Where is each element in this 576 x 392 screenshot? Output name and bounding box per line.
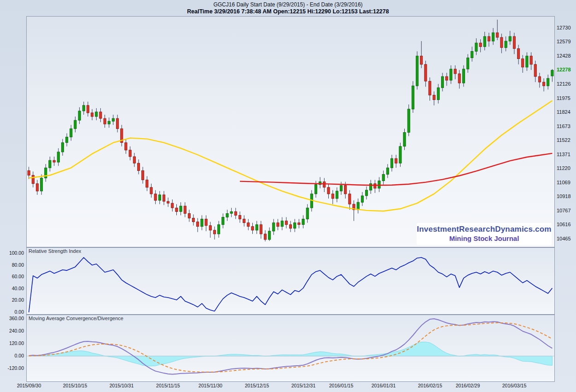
candle-up [370,184,372,190]
candle-up [386,168,389,174]
rsi-chart [27,248,554,314]
candle-down [323,182,326,187]
macd-panel[interactable]: Moving Average Convergence/Divergence [26,315,555,382]
date-axis-label: 2015/09/30 [8,383,50,388]
chart-realtime-info: RealTime 3/29/2016 7:38:48 AM Open:12215… [0,8,576,15]
price-axis-label: 10616 [557,222,576,227]
price-axis-label: 12428 [557,53,576,59]
candle-up [294,223,296,228]
date-axis-label: 2015/10/15 [54,383,96,388]
candle-up [302,219,304,225]
candle-up [403,132,406,146]
candle-down [433,95,435,100]
rsi-line [29,257,553,312]
price-axis-label: 11975 [557,95,576,101]
candle-up [336,191,338,199]
macd-line [29,319,553,374]
candle-up [180,206,182,211]
candle-down [91,113,93,117]
candle-down [247,223,250,227]
date-axis-label: 2016/02/15 [409,383,451,388]
candle-up [361,196,363,202]
candle-down [167,201,169,203]
rsi-panel[interactable]: Relative Strength Index [26,247,555,315]
watermark: InvestmentResearchDynamics.com Mining St… [417,223,552,245]
price-chart-panel[interactable] [26,16,555,247]
candle-up [475,43,477,51]
candle-down [454,69,456,74]
macd-histogram [29,342,553,366]
rsi-axis-label: 0.00 [3,309,24,315]
candle-up [407,109,410,133]
date-axis-label: 2016/03/15 [494,383,535,388]
candle-down [142,170,144,180]
candle-down [277,223,279,227]
candle-up [378,181,380,188]
candle-down [87,105,89,113]
candle-up [218,225,220,234]
candle-up [222,217,224,225]
candle-up [437,88,439,99]
candle-down [116,118,119,129]
candle-up [505,41,507,47]
candle-up [61,143,64,152]
candle-up [112,118,114,121]
candle-down [543,82,545,86]
macd-signal-line [29,323,553,372]
macd-chart [27,315,554,381]
candle-up [57,152,59,162]
candle-up [382,174,384,181]
candle-up [74,120,76,129]
date-axis-label: 2015/12/31 [283,383,324,388]
candle-up [483,36,486,47]
candle-down [530,56,532,64]
candle-up [547,78,549,86]
candle-down [260,225,262,234]
price-axis-label: 10918 [557,193,576,199]
macd-axis-label: 120.00 [3,340,24,346]
candle-down [234,211,237,215]
candle-down [332,194,334,199]
candle-down [133,157,135,163]
candle-down [175,208,178,211]
candle-down [154,194,157,200]
candle-down [349,194,351,204]
price-axis-label: 11522 [557,137,576,143]
candle-down [129,150,131,157]
candle-up [340,186,342,191]
date-axis-label: 2015/11/15 [147,383,189,388]
date-axis-label: 2015/10/31 [101,383,142,388]
price-axis-label: 12579 [557,39,576,44]
macd-axis-label: 240.00 [3,328,24,333]
price-axis-label: 12126 [557,81,576,87]
rsi-axis-label: 100.00 [3,250,24,256]
candle-down [32,176,34,184]
candlestick-chart [27,17,554,247]
ma-fast-line [29,101,553,211]
candle-down [429,81,431,95]
rsi-panel-title: Relative Strength Index [29,248,81,254]
candle-down [36,184,38,191]
date-axis-label: 2016/01/15 [320,383,362,388]
date-axis-label: 2016/02/29 [447,383,489,388]
candle-down [264,234,266,240]
candle-up [281,221,283,227]
candle-up [492,33,495,41]
candle-up [412,86,414,109]
candle-down [171,203,174,208]
candle-down [150,187,152,194]
candle-up [158,195,161,200]
candle-down [146,180,148,187]
rsi-axis-label: 20.00 [3,297,24,303]
candle-up [509,36,511,41]
candle-down [53,160,55,162]
candle-down [488,36,490,41]
candle-up [416,56,418,86]
candle-up [462,69,465,83]
trading-chart-app: GGCJ16 Daily Start Date (9/29/2015) - En… [0,0,576,392]
candle-down [538,76,541,82]
candle-down [163,195,165,201]
candle-wicks [29,20,553,241]
candle-up [78,111,81,120]
date-axis-label: 2015/11/30 [190,383,231,388]
